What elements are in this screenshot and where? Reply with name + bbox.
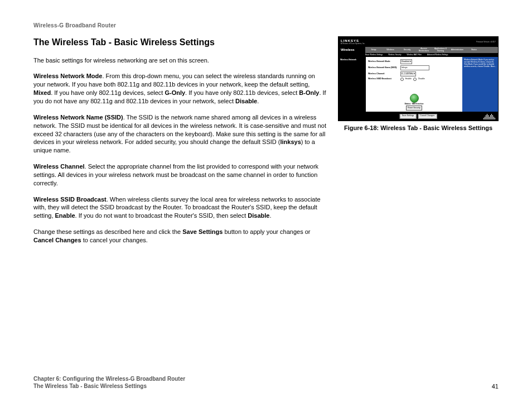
field-label-broadcast: Wireless SSID Broadcast: [368,78,399,80]
thumb-footer: Save Settings Cancel Changes [338,112,498,121]
paragraph-broadcast: Wireless SSID Broadcast. When wireless c… [33,195,327,221]
radio-disable[interactable] [413,78,417,81]
firmware-version: Firmware Version: v4.00.7 [476,41,496,43]
nav-tab-apps[interactable]: Applications & Gaming [432,48,449,52]
paragraph-ssid: Wireless Network Name (SSID). The SSID i… [33,113,327,155]
brand-subtitle: A Division of Cisco Systems, Inc. [341,43,365,45]
page-number: 41 [492,383,499,390]
subnav-basic[interactable]: Basic Wireless Settings [365,54,383,56]
cisco-logo-icon [482,113,496,119]
intro-paragraph: The basic settings for wireless networki… [33,56,327,65]
save-settings-button[interactable]: Save Settings [400,114,417,119]
ses-globe-icon[interactable] [410,94,419,103]
nav-tab-security[interactable]: Security [399,49,415,51]
subnav-adv[interactable]: Advanced Wireless Settings [427,54,448,56]
nav-tab-access[interactable]: Access Restrictions [415,48,432,52]
nav-bar: Wireless Setup Wireless Security Access … [338,47,498,53]
nav-tab-admin[interactable]: Administration [449,49,466,51]
chapter-footer: Chapter 6: Configuring the Wireless-G Br… [33,375,185,390]
subnav-sec[interactable]: Wireless Security [388,54,401,56]
label-mode: Wireless Network Mode [33,73,102,79]
select-mode[interactable]: Disabled ▾ [400,59,412,64]
nav-tab-status[interactable]: Status [466,49,482,51]
nav-tab-selected[interactable]: Wireless [338,47,365,53]
figure-column: LINKSYS A Division of Cisco Systems, Inc… [338,36,499,131]
field-label-mode: Wireless Network Mode: [368,61,399,63]
paragraph-mode: Wireless Network Mode. From this drop-do… [33,72,327,105]
nav-tab-setup[interactable]: Setup [365,49,382,51]
cancel-changes-button[interactable]: Cancel Changes [418,114,437,119]
figure-caption: Figure 6-18: Wireless Tab - Basic Wirele… [344,124,492,131]
field-label-ssid: Wireless Network Name (SSID): [368,67,399,69]
paragraph-footer: Change these settings as described here … [33,228,327,245]
label-ssid: Wireless Network Name (SSID) [33,114,123,121]
label-broadcast: Wireless SSID Broadcast [33,196,107,203]
sub-nav: Basic Wireless Settings Wireless Securit… [338,53,498,57]
nav-tab-wireless[interactable]: Wireless [382,49,399,51]
figure-thumbnail: LINKSYS A Division of Cisco Systems, Inc… [338,36,499,121]
radio-enable[interactable] [400,78,404,81]
subnav-mac[interactable]: Wireless MAC Filter [407,54,422,56]
reset-security-button[interactable]: Reset Security [406,106,422,111]
chapter-line-1: Chapter 6: Configuring the Wireless-G Br… [33,375,185,382]
radio-label-disable: Disable [418,78,425,80]
section-label: Wireless Network [338,57,366,112]
label-channel: Wireless Channel [33,163,85,170]
main-column: The Wireless Tab - Basic Wireless Settin… [33,36,327,252]
field-label-channel: Wireless Channel: [368,73,399,75]
radio-label-enable: Enable [405,78,412,80]
select-channel[interactable]: 6 - 2.437GHz ▾ [400,71,416,76]
page-title: The Wireless Tab - Basic Wireless Settin… [33,36,327,49]
help-panel: Wireless Network Mode: If you wish to ex… [462,57,498,112]
chapter-line-2: The Wireless Tab - Basic Wireless Settin… [33,382,185,390]
input-ssid[interactable]: linksys [400,65,429,70]
running-head: Wireless-G Broadband Router [33,22,499,28]
paragraph-channel: Wireless Channel. Select the appropriate… [33,162,327,188]
